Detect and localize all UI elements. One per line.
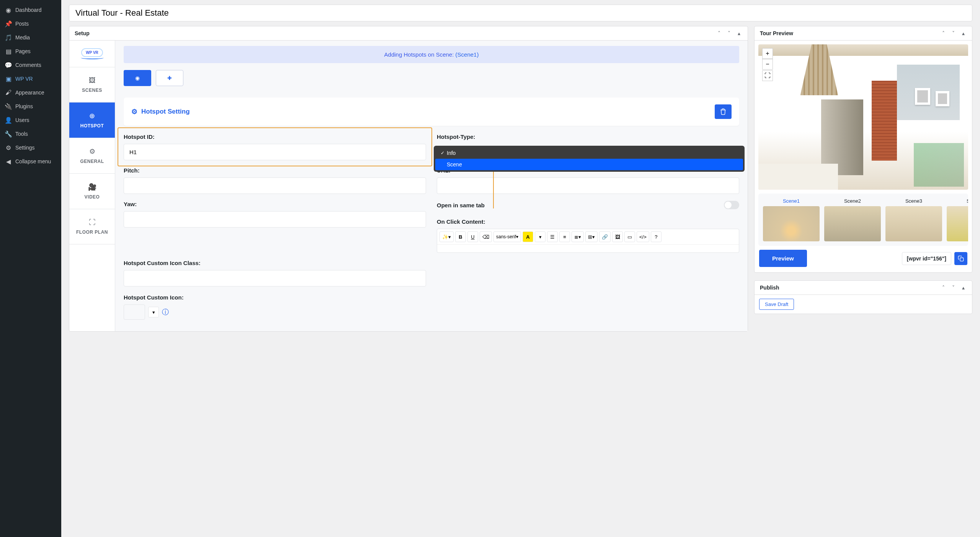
menu-dashboard[interactable]: ◉Dashboard — [0, 3, 61, 17]
copy-shortcode-button[interactable] — [954, 252, 967, 265]
tab-general[interactable]: ⚙GENERAL — [69, 138, 115, 174]
menu-users[interactable]: 👤Users — [0, 113, 61, 127]
url-input[interactable] — [437, 177, 739, 194]
dropdown-option-info[interactable]: Info — [435, 147, 743, 159]
preview-button[interactable]: Preview — [759, 250, 807, 267]
collapse-icon: ◀ — [5, 158, 12, 165]
ed-color-caret[interactable]: ▾ — [535, 231, 546, 242]
menu-tools[interactable]: 🔧Tools — [0, 127, 61, 141]
custom-icon-class-input[interactable] — [124, 270, 426, 286]
onclick-label: On Click Content: — [437, 218, 739, 225]
hotspot-current-button[interactable]: ◉ — [124, 70, 151, 86]
vr-icon: ▣ — [5, 75, 12, 83]
panel-up-icon[interactable]: ˄ — [715, 30, 722, 36]
menu-plugins[interactable]: 🔌Plugins — [0, 99, 61, 113]
ed-code-button[interactable]: </> — [637, 231, 649, 242]
media-icon: 🎵 — [5, 34, 12, 41]
ed-help-button[interactable]: ? — [651, 231, 662, 242]
video-icon: 🎥 — [72, 183, 113, 191]
custom-icon-caret[interactable]: ▾ — [148, 307, 159, 317]
custom-icon-label: Hotspot Custom Icon: — [124, 294, 426, 301]
ed-magic-button[interactable]: ✨▾ — [439, 231, 454, 242]
tab-floorplan[interactable]: ⛶FLOOR PLAN — [69, 209, 115, 244]
tab-hotspot[interactable]: ⊕HOTSPOT — [69, 103, 115, 138]
panel-down-icon[interactable]: ˅ — [950, 285, 957, 291]
setup-panel: Setup ˄ ˅ ▴ WP VR 🖼SCENES ⊕HOTSP — [69, 26, 748, 332]
publish-panel: Publish ˄ ˅ ▴ Save Draft — [754, 280, 972, 314]
tab-scenes[interactable]: 🖼SCENES — [69, 67, 115, 103]
menu-pages[interactable]: ▤Pages — [0, 44, 61, 58]
hotspot-type-dropdown: Info Scene — [434, 146, 745, 172]
ed-image-button[interactable]: 🖼 — [612, 231, 623, 242]
thumb-scene1[interactable]: Scene1 — [763, 198, 820, 241]
dropdown-option-scene[interactable]: Scene — [435, 159, 743, 170]
ed-link-button[interactable]: 🔗 — [599, 231, 611, 242]
thumb-scene2[interactable]: Scene2 — [824, 198, 881, 241]
user-icon: 👤 — [5, 116, 12, 124]
ed-color-button[interactable]: A — [523, 231, 533, 242]
ed-bold-button[interactable]: B — [455, 231, 466, 242]
settings-icon: ⚙ — [5, 144, 12, 151]
panel-down-icon[interactable]: ˅ — [950, 30, 957, 36]
menu-media[interactable]: 🎵Media — [0, 31, 61, 44]
panel-up-icon[interactable]: ˄ — [940, 285, 947, 291]
panel-toggle-icon[interactable]: ▴ — [960, 30, 967, 36]
ed-ol-button[interactable]: ≡ — [559, 231, 570, 242]
brand-logo: WP VR — [69, 41, 115, 67]
fullscreen-button[interactable]: ⛶ — [762, 70, 773, 81]
page-title-box — [69, 5, 972, 21]
map-icon: ⛶ — [72, 218, 113, 226]
info-icon[interactable]: ⓘ — [162, 308, 169, 317]
hotspot-add-button[interactable]: ✚ — [156, 70, 183, 86]
yaw-input[interactable] — [124, 211, 426, 228]
publish-panel-title: Publish — [760, 285, 779, 291]
thumb-scene4[interactable]: Scene4 — [947, 198, 968, 241]
banner: Adding Hotspots on Scene: (Scene1) — [124, 46, 739, 63]
ed-ul-button[interactable]: ☰ — [547, 231, 558, 242]
custom-icon-preview — [124, 304, 145, 320]
save-draft-button[interactable]: Save Draft — [759, 299, 794, 310]
same-tab-label: Open in same tab — [437, 202, 485, 208]
menu-settings[interactable]: ⚙Settings — [0, 141, 61, 155]
menu-comments[interactable]: 💬Comments — [0, 58, 61, 72]
preview-panel: Tour Preview ˄ ˅ ▴ — [754, 26, 972, 273]
ed-underline-button[interactable]: U — [467, 231, 478, 242]
ed-erase-button[interactable]: ⌫ — [480, 231, 492, 242]
menu-appearance[interactable]: 🖌Appearance — [0, 86, 61, 99]
svg-rect-0 — [960, 258, 964, 261]
tab-video[interactable]: 🎥VIDEO — [69, 174, 115, 209]
ed-video-button[interactable]: ▭ — [624, 231, 635, 242]
panel-toggle-icon[interactable]: ▴ — [735, 30, 742, 36]
panel-up-icon[interactable]: ˄ — [940, 30, 947, 36]
same-tab-toggle[interactable] — [724, 201, 739, 209]
yaw-label: Yaw: — [124, 201, 426, 207]
setup-panel-title: Setup — [75, 30, 90, 36]
zoom-out-button[interactable]: − — [762, 59, 773, 70]
panorama-viewer[interactable] — [758, 44, 968, 190]
panel-down-icon[interactable]: ˅ — [725, 30, 732, 36]
rich-editor: ✨▾ B U ⌫ sans-serif ▾ A ▾ ☰ ≡ — [437, 229, 739, 253]
ed-font-select[interactable]: sans-serif ▾ — [493, 231, 521, 242]
scene-link[interactable]: (Scene1) — [456, 51, 479, 58]
image-icon: 🖼 — [72, 76, 113, 85]
delete-hotspot-button[interactable] — [715, 104, 732, 119]
target-icon: ⊕ — [72, 112, 113, 120]
hotspot-id-label: Hotspot ID: — [124, 133, 426, 140]
panel-toggle-icon[interactable]: ▴ — [960, 285, 967, 291]
thumb-scene3[interactable]: Scene3 — [885, 198, 942, 241]
plug-icon: 🔌 — [5, 103, 12, 110]
comment-icon: 💬 — [5, 61, 12, 69]
wrench-icon: 🔧 — [5, 130, 12, 138]
tour-title-input[interactable] — [75, 8, 966, 18]
ed-align-button[interactable]: ≣▾ — [572, 231, 584, 242]
menu-collapse[interactable]: ◀Collapse menu — [0, 155, 61, 168]
ed-table-button[interactable]: ⊞▾ — [585, 231, 598, 242]
menu-wpvr[interactable]: ▣WP VR — [0, 72, 61, 86]
wp-admin-sidebar: ◉Dashboard 📌Posts 🎵Media ▤Pages 💬Comment… — [0, 0, 61, 339]
hotspot-type-label: Hotspot-Type: — [437, 133, 739, 140]
zoom-in-button[interactable]: + — [762, 48, 773, 59]
pitch-input[interactable] — [124, 177, 426, 194]
menu-posts[interactable]: 📌Posts — [0, 17, 61, 31]
hotspot-id-input[interactable] — [124, 144, 426, 160]
vertical-tabs: WP VR 🖼SCENES ⊕HOTSPOT ⚙GENERAL 🎥VIDEO ⛶… — [69, 41, 115, 331]
